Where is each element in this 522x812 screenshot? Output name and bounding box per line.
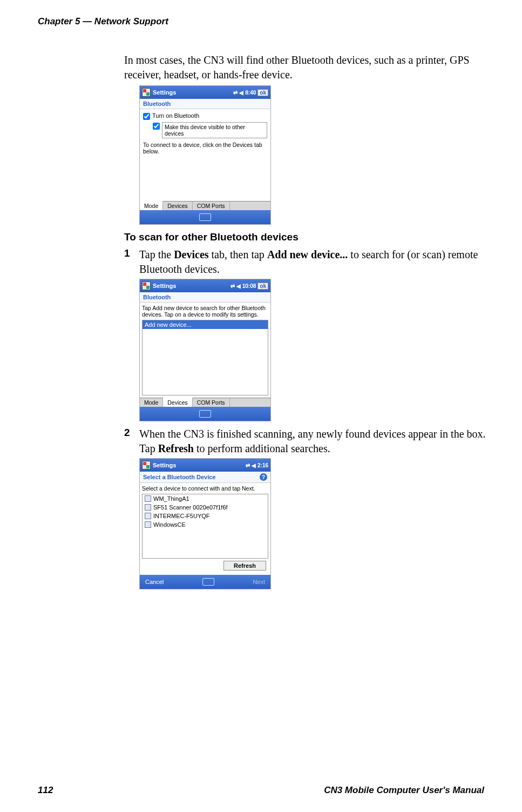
tab-devices[interactable]: Devices	[163, 398, 192, 407]
tab-com-ports[interactable]: COM Ports	[193, 398, 230, 407]
turn-on-bluetooth-checkbox[interactable]: Turn on Bluetooth	[143, 111, 267, 121]
section-title: Bluetooth	[140, 99, 270, 109]
device-icon	[145, 495, 151, 502]
step-text: When the CN3 is finished scanning, any n…	[139, 427, 497, 456]
section-title: Select a Bluetooth Device ?	[140, 472, 270, 483]
hint-text: To connect to a device, click on the Dev…	[143, 142, 267, 155]
refresh-button[interactable]: Refresh	[223, 561, 266, 571]
start-icon[interactable]	[142, 461, 151, 469]
manual-title: CN3 Mobile Computer User's Manual	[324, 785, 484, 796]
tab-mode[interactable]: Mode	[140, 398, 163, 407]
chapter-header: Chapter 5 — Network Support	[38, 16, 484, 27]
volume-icon: ◀	[252, 462, 256, 468]
hint-text: Tap Add new device to search for other B…	[142, 305, 268, 318]
page-number: 112	[38, 785, 53, 796]
screenshot-select-device: Settings ⇄ ◀ 2:16 Select a Bluetooth Dev…	[139, 458, 497, 589]
checkbox-label: Turn on Bluetooth	[152, 112, 199, 119]
clock: 10:08	[242, 283, 256, 289]
ok-button[interactable]: ok	[257, 89, 268, 96]
soft-bar	[140, 210, 270, 224]
step-text: Tap the Devices tab, then tap Add new de…	[139, 247, 497, 277]
keyboard-icon[interactable]	[199, 213, 211, 221]
list-item[interactable]: WM_ThingA1	[143, 494, 268, 503]
step-number: 2	[124, 427, 132, 456]
help-icon[interactable]: ?	[260, 473, 267, 481]
titlebar-title: Settings	[153, 462, 246, 468]
tab-mode[interactable]: Mode	[140, 201, 163, 210]
volume-icon: ◀	[236, 283, 241, 289]
subheading: To scan for other Bluetooth devices	[124, 231, 497, 243]
soft-bar: Cancel Next	[140, 575, 270, 589]
keyboard-icon[interactable]	[199, 410, 211, 418]
titlebar: Settings ⇄ ◀ 10:08 ok	[140, 279, 270, 292]
next-softkey[interactable]: Next	[253, 579, 265, 585]
list-item[interactable]: WindowsCE	[143, 520, 268, 529]
device-icon	[145, 521, 151, 528]
ok-button[interactable]: ok	[257, 283, 268, 290]
start-icon[interactable]	[142, 281, 151, 290]
intro-paragraph: In most cases, the CN3 will find other B…	[124, 53, 497, 82]
device-icon	[145, 513, 151, 519]
step-number: 1	[124, 247, 132, 277]
tabs: Mode Devices COM Ports	[140, 201, 270, 210]
page-content: In most cases, the CN3 will find other B…	[124, 53, 497, 589]
step-1: 1 Tap the Devices tab, then tap Add new …	[124, 247, 497, 277]
titlebar: Settings ⇄ ◀ 2:16	[140, 459, 270, 472]
signal-icon: ⇄	[231, 283, 235, 289]
clock: 2:16	[257, 462, 268, 468]
clock: 8:40	[245, 90, 256, 96]
signal-icon: ⇄	[246, 462, 250, 468]
screenshot-mode: Settings ⇄ ◀ 8:40 ok Bluetooth Turn on B…	[139, 85, 497, 225]
add-new-device-item[interactable]: Add new device...	[143, 320, 268, 329]
step-2: 2 When the CN3 is finished scanning, any…	[124, 427, 497, 456]
cancel-softkey[interactable]: Cancel	[145, 579, 164, 585]
checkbox-label: Make this device visible to other device…	[162, 122, 267, 138]
found-device-list[interactable]: WM_ThingA1 SF51 Scanner 0020e07f1f6f INT…	[142, 494, 268, 559]
device-list[interactable]: Add new device...	[142, 320, 268, 395]
volume-icon: ◀	[239, 90, 243, 96]
device-icon	[145, 504, 151, 511]
hint-text: Select a device to connect with and tap …	[142, 485, 268, 492]
visible-checkbox[interactable]: Make this device visible to other device…	[153, 121, 267, 139]
list-item[interactable]: INTERMEC-F5UYQF	[143, 512, 268, 520]
tab-devices[interactable]: Devices	[163, 202, 192, 210]
section-title: Bluetooth	[140, 292, 270, 303]
keyboard-icon[interactable]	[202, 578, 214, 586]
tab-com-ports[interactable]: COM Ports	[193, 202, 230, 210]
titlebar-title: Settings	[153, 283, 231, 289]
page-footer: 112 CN3 Mobile Computer User's Manual	[38, 785, 484, 796]
checkbox-icon[interactable]	[143, 113, 150, 120]
signal-icon: ⇄	[233, 90, 238, 96]
titlebar: Settings ⇄ ◀ 8:40 ok	[140, 86, 270, 99]
tabs: Mode Devices COM Ports	[140, 398, 270, 407]
soft-bar	[140, 407, 270, 421]
checkbox-icon[interactable]	[153, 123, 160, 130]
screenshot-devices: Settings ⇄ ◀ 10:08 ok Bluetooth Tap Add …	[139, 279, 497, 421]
titlebar-title: Settings	[153, 89, 233, 96]
start-icon[interactable]	[142, 88, 151, 97]
list-item[interactable]: SF51 Scanner 0020e07f1f6f	[143, 503, 268, 512]
